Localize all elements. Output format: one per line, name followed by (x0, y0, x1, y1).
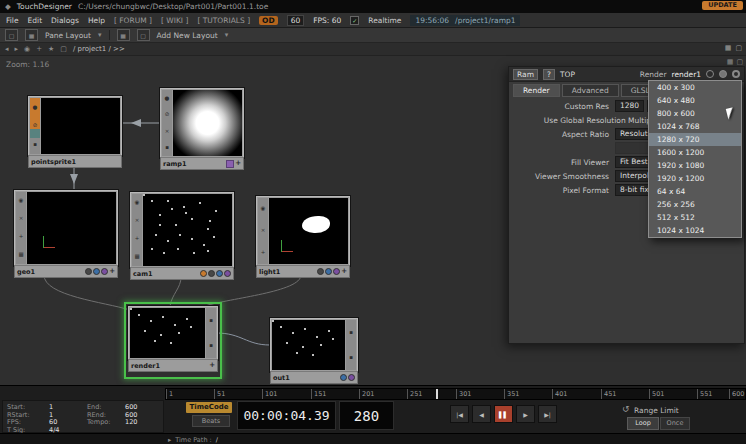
add-op-icon[interactable]: + (36, 45, 42, 53)
node-viewer[interactable] (269, 198, 348, 264)
node-name-bar[interactable]: light1 + (256, 265, 350, 278)
res-option[interactable]: 64 x 64 (649, 185, 741, 198)
once-button[interactable]: Once (660, 417, 690, 430)
viewer-flag-icon[interactable]: ◉ (261, 206, 266, 212)
node-out1[interactable]: ▪ ▪ out1 (270, 318, 358, 372)
node-viewer[interactable] (41, 98, 120, 154)
realtime-checkbox[interactable]: ✓ (350, 16, 359, 25)
add-flag-icon[interactable]: + (19, 234, 24, 240)
pane-layout-chevron-icon[interactable]: ▾ (98, 31, 102, 39)
jump-end-button[interactable]: ▶| (538, 405, 557, 423)
loop-button[interactable]: Loop (627, 417, 659, 430)
add-flag-icon[interactable]: + (209, 362, 215, 369)
help-button[interactable]: ? (543, 69, 555, 80)
layout-preset-icon[interactable]: ▦ (117, 29, 130, 41)
viewer-flag-icon[interactable]: ● (33, 105, 38, 111)
tempo-field[interactable]: 120 (125, 418, 137, 426)
frame-ruler[interactable]: 1 51 101 151 201 251 301 351 401 451 501… (165, 388, 746, 400)
display-flag-icon[interactable] (340, 374, 347, 381)
playhead[interactable] (436, 389, 438, 399)
pickable-flag-icon[interactable] (224, 270, 231, 277)
menu-file[interactable]: File (6, 16, 19, 25)
node-viewer[interactable] (272, 320, 345, 370)
node-flag-strip[interactable]: ▪ ▪ (346, 320, 356, 370)
menu-forum[interactable]: [ FORUM ] (114, 16, 152, 25)
menu-wiki[interactable]: [ WIKI ] (161, 16, 188, 25)
node-family-strip[interactable]: ◉ × + (258, 198, 268, 264)
close-flag-icon[interactable]: × (19, 216, 24, 222)
pickable-flag-icon[interactable] (101, 268, 108, 275)
pane-close-icon[interactable]: ▢ (735, 44, 742, 52)
nav-target-icon[interactable]: ◉ (24, 45, 30, 53)
add-flag-icon[interactable]: + (235, 160, 241, 167)
family-badge[interactable]: Ram (513, 69, 538, 80)
close-flag-icon[interactable]: × (165, 129, 170, 135)
node-render1[interactable]: ▪ ▪ render1 + (128, 306, 218, 360)
node-name-bar[interactable]: out1 (270, 371, 358, 384)
node-viewer[interactable] (27, 192, 116, 264)
jump-start-button[interactable]: |◀ (450, 405, 469, 423)
timecode-button[interactable]: TimeCode (186, 402, 232, 413)
tab-advanced[interactable]: Advanced (562, 84, 619, 97)
close-flag-icon[interactable]: × (135, 218, 140, 224)
node-viewer[interactable] (143, 194, 232, 266)
network-breadcrumb[interactable]: / project1 / >> (73, 45, 125, 53)
bypass-flag-icon[interactable]: ⊘ (33, 123, 38, 129)
menu-dialogs[interactable]: Dialogs (51, 16, 79, 25)
render-flag-icon[interactable] (208, 270, 215, 277)
node-family-strip[interactable]: ● ⊘ ▪ (30, 98, 40, 154)
update-button[interactable]: UPDATE (702, 1, 743, 10)
pane-box-icon[interactable]: ▢ (60, 45, 67, 53)
add-flag-icon[interactable]: + (261, 250, 266, 256)
lock-flag-icon[interactable]: ▪ (165, 145, 169, 151)
nav-forward-icon[interactable]: ▸ (15, 45, 19, 53)
menu-tutorials[interactable]: [ TUTORIALS ] (197, 16, 250, 25)
add-flag-icon[interactable]: + (109, 268, 115, 275)
display-flag-icon[interactable]: ▪ (349, 355, 353, 361)
grid-flag-icon[interactable]: ▦ (134, 254, 139, 260)
node-pointsprite1[interactable]: ● ⊘ ▪ pointsprite1 (28, 96, 122, 156)
add-flag-icon[interactable]: + (135, 236, 140, 242)
bookmark-star-icon[interactable]: ★ (48, 45, 54, 53)
play-reverse-button[interactable]: ◀ (472, 405, 491, 423)
add-layout-chevron-icon[interactable]: ▾ (225, 31, 229, 39)
info-icon[interactable] (719, 70, 727, 78)
comment-icon[interactable] (706, 70, 714, 78)
custom-res-width-field[interactable]: 1280 (615, 100, 644, 112)
pickable-flag-icon[interactable] (333, 268, 340, 275)
node-name-bar[interactable]: geo1 + (14, 265, 118, 278)
menu-help[interactable]: Help (88, 16, 105, 25)
node-name-bar[interactable]: render1 + (128, 359, 218, 372)
time-path[interactable]: ▸ Time Path : / (168, 436, 218, 444)
res-option[interactable]: 1024 x 1024 (649, 224, 741, 237)
node-flag-strip[interactable]: ▪ ▪ (206, 308, 216, 358)
play-button[interactable]: ▶ (516, 405, 535, 423)
display-flag-icon[interactable] (93, 268, 100, 275)
pane-grid-icon[interactable]: ▦ (25, 29, 38, 41)
palette-flag-icon[interactable] (226, 160, 234, 168)
display-flag-icon[interactable] (216, 270, 223, 277)
node-cam1[interactable]: ◉ × + ▦ cam1 (130, 192, 234, 268)
display-flag-icon[interactable]: ▪ (209, 343, 213, 349)
res-option[interactable]: 1024 x 768 (649, 120, 741, 133)
layout-preset2-icon[interactable]: ▢ (137, 29, 150, 41)
fps-value-box[interactable]: 60 (287, 15, 305, 26)
res-option[interactable]: 1600 x 1200 (649, 146, 741, 159)
render-flag-icon[interactable] (317, 268, 324, 275)
res-option[interactable]: 256 x 256 (649, 198, 741, 211)
node-viewer[interactable] (173, 90, 242, 156)
frame-display[interactable]: 280 (339, 401, 394, 430)
tab-render[interactable]: Render (513, 84, 560, 97)
res-option[interactable]: 512 x 512 (649, 211, 741, 224)
display-flag-icon[interactable] (325, 268, 332, 275)
res-option[interactable]: 1920 x 1080 (649, 159, 741, 172)
viewer-toggle-icon[interactable] (732, 70, 740, 78)
nav-back-icon[interactable]: ◂ (5, 45, 9, 53)
grid-flag-icon[interactable]: ▦ (18, 252, 23, 258)
beats-button[interactable]: Beats (192, 415, 230, 427)
pane-split-icon[interactable]: ▢ (5, 29, 18, 41)
node-name-bar[interactable]: cam1 (130, 267, 234, 280)
pickable-flag-icon[interactable] (348, 374, 355, 381)
bypass-flag-icon[interactable]: ⊘ (165, 112, 170, 118)
node-name-bar[interactable]: ramp1 + (160, 157, 244, 170)
